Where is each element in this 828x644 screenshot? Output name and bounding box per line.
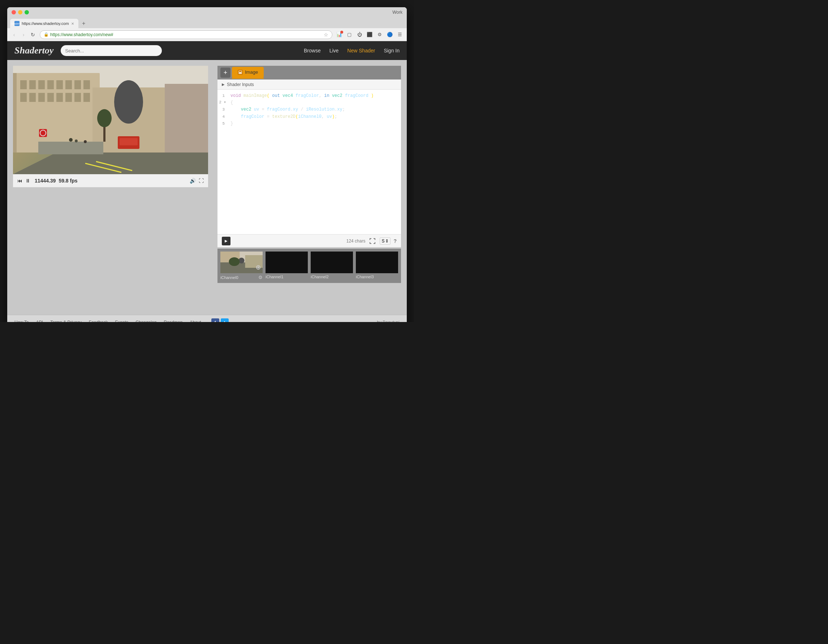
url-bar[interactable]: 🔒 https://www.shadertoy.com/new# ☆ <box>40 30 332 39</box>
svg-point-21 <box>114 80 143 124</box>
skip-back-button[interactable]: ⏮ <box>17 178 22 184</box>
channel-2-label-row: iChannel2 <box>310 275 353 279</box>
close-button[interactable] <box>11 10 16 14</box>
menu-icon[interactable]: ☰ <box>396 31 404 39</box>
nav-sign-in[interactable]: Sign In <box>384 48 400 53</box>
channel-1-thumb[interactable] <box>265 251 308 273</box>
shadertoy-header: Shadertoy Browse Live New Shader Sign In <box>7 41 407 60</box>
social-icons: f t <box>211 318 229 322</box>
title-bar: Work <box>7 7 407 17</box>
footer-roadmap[interactable]: Roadmap <box>164 320 182 322</box>
char-count: 124 chars <box>347 239 365 243</box>
channel-0-gear-icon[interactable]: ⚙ <box>258 275 263 280</box>
svg-rect-3 <box>20 80 27 89</box>
video-container <box>13 66 208 174</box>
main-nav: Browse Live New Shader Sign In <box>304 48 400 53</box>
svg-rect-36 <box>239 72 242 73</box>
street-scene-svg <box>13 66 208 174</box>
svg-point-34 <box>40 130 46 136</box>
reload-button[interactable]: ↻ <box>29 31 37 39</box>
twitter-icon[interactable]: t <box>221 318 229 322</box>
channel-0-settings[interactable] <box>256 264 261 272</box>
pause-button[interactable]: ⏸ <box>25 178 30 184</box>
channel-2-thumb[interactable] <box>310 251 353 273</box>
search-input[interactable] <box>61 45 162 56</box>
volume-icon[interactable]: 🔊 <box>190 178 196 184</box>
channel-1-label: iChannel1 <box>265 275 284 279</box>
extension3-icon[interactable]: 🔵 <box>386 31 394 39</box>
svg-rect-4 <box>29 80 36 89</box>
right-panel: + Image ▶ <box>218 66 401 309</box>
tab-active-indicator <box>232 78 264 79</box>
code-line-5: 5 } <box>218 120 401 127</box>
svg-rect-19 <box>165 84 208 156</box>
channel-0-label: iChannel0 <box>220 275 238 280</box>
expand-arrow-icon: ▶ <box>222 82 225 86</box>
svg-point-27 <box>75 140 78 142</box>
code-editor[interactable]: 1 void mainImage( out vec4 fragColor, in… <box>218 90 401 234</box>
help-button[interactable]: ? <box>394 238 397 244</box>
editor-footer: ▶ 124 chars S ⇕ <box>218 234 401 247</box>
svg-rect-2 <box>13 73 17 152</box>
window-icon[interactable]: ▢ <box>345 31 353 39</box>
channel-3-label: iChannel3 <box>356 275 374 279</box>
svg-rect-13 <box>38 93 45 102</box>
channel-0-label-row: iChannel0 ⚙ <box>220 275 263 280</box>
left-panel: ⏮ ⏸ 11444.39 59.8 fps 🔊 ⛶ <box>13 66 212 309</box>
back-button[interactable]: ‹ <box>10 31 18 39</box>
nav-live[interactable]: Live <box>329 48 339 53</box>
power-icon[interactable]: ⏻ <box>356 31 364 39</box>
bookmark-icon[interactable]: ☆ <box>324 32 328 38</box>
svg-rect-12 <box>29 93 36 102</box>
size-label: S <box>381 239 384 243</box>
nav-new-shader[interactable]: New Shader <box>347 48 375 53</box>
address-bar: ‹ › ↻ 🔒 https://www.shadertoy.com/new# ☆… <box>7 28 407 41</box>
svg-rect-9 <box>74 80 81 89</box>
tab-close-button[interactable]: ✕ <box>71 22 74 26</box>
tab-title: https://www.shadertoy.com <box>22 21 69 26</box>
add-tab-button[interactable]: + <box>220 68 231 78</box>
fullscreen-editor-button[interactable] <box>368 237 377 245</box>
run-button[interactable]: ▶ <box>222 237 231 245</box>
channel-3-label-row: iChannel3 <box>356 275 398 279</box>
code-line-4: 4 fragColor = texture2D(iChannel0, uv); <box>218 113 401 120</box>
line-number-3: 3 <box>218 106 229 113</box>
channel-2-item: iChannel2 <box>310 251 353 280</box>
extension1-icon[interactable]: ⬛ <box>365 31 373 39</box>
minimize-button[interactable] <box>18 10 22 14</box>
size-selector[interactable]: S ⇕ <box>380 237 390 245</box>
time-display: 11444.39 <box>34 178 56 184</box>
nav-browse[interactable]: Browse <box>304 48 321 53</box>
channel-3-thumb[interactable] <box>356 251 398 273</box>
new-tab-button[interactable]: + <box>78 19 89 28</box>
footer-terms[interactable]: Terms & Privacy <box>50 320 82 322</box>
extension2-icon[interactable]: ⚙ <box>376 31 384 39</box>
forward-button[interactable]: › <box>19 31 27 39</box>
facebook-icon[interactable]: f <box>211 318 219 322</box>
maximize-button[interactable] <box>25 10 29 14</box>
footer-howto[interactable]: How To <box>14 320 29 322</box>
footer-feedback[interactable]: Feedback <box>89 320 108 322</box>
image-tab[interactable]: Image <box>232 67 264 78</box>
tab-favicon: Shadertoy <box>14 21 19 26</box>
svg-rect-16 <box>65 93 72 102</box>
shader-inputs-header[interactable]: ▶ Shader Inputs <box>218 80 401 90</box>
svg-rect-6 <box>47 80 54 89</box>
svg-rect-8 <box>65 80 72 89</box>
search-container <box>61 45 162 56</box>
work-label: Work <box>392 10 403 15</box>
footer-events[interactable]: Events <box>115 320 129 322</box>
shadertoy-app: Shadertoy Browse Live New Shader Sign In <box>7 41 407 322</box>
fullscreen-button[interactable]: ⛶ <box>199 178 204 184</box>
svg-rect-5 <box>38 80 45 89</box>
svg-marker-22 <box>13 152 208 174</box>
channel-0-thumb-wrap[interactable] <box>220 251 263 273</box>
size-arrows-icon: ⇕ <box>385 239 389 243</box>
code-content-5: } <box>229 120 401 127</box>
footer-changelog[interactable]: Changelog <box>135 320 157 322</box>
footer-api[interactable]: API <box>36 320 43 322</box>
svg-point-32 <box>97 109 111 127</box>
footer-about[interactable]: About <box>190 320 201 322</box>
browser-tab[interactable]: Shadertoy https://www.shadertoy.com ✕ <box>10 19 78 28</box>
svg-rect-17 <box>74 93 81 102</box>
